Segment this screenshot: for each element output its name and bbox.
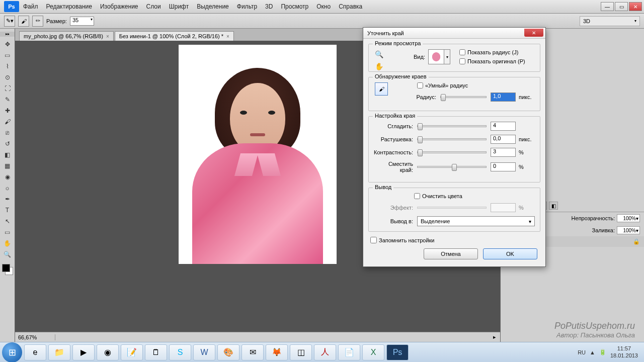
eraser-tool-icon[interactable]: ◧ <box>2 150 13 160</box>
view-thumbnail[interactable] <box>428 49 444 64</box>
contrast-slider[interactable] <box>417 151 487 153</box>
brush-tool-icon[interactable]: 🖌 <box>2 117 13 127</box>
task-ie-icon[interactable]: e <box>24 344 46 360</box>
feather-input[interactable]: 0,0 <box>491 135 516 144</box>
smooth-slider[interactable] <box>417 125 487 127</box>
blur-tool-icon[interactable]: ◉ <box>2 172 13 182</box>
menu-image[interactable]: Изображение <box>100 3 138 10</box>
move-tool-icon[interactable]: ✥ <box>2 39 13 49</box>
pen-tool-icon[interactable]: ✒ <box>2 194 13 204</box>
refine-brush-icon[interactable]: 🖌 <box>18 16 29 27</box>
shift-input[interactable]: 0 <box>491 162 516 171</box>
task-excel-icon[interactable]: X <box>362 344 384 360</box>
menu-filter[interactable]: Фильтр <box>237 3 257 10</box>
dialog-close-button[interactable]: ✕ <box>524 29 543 37</box>
view-dropdown[interactable]: ▾ <box>444 49 450 64</box>
tray-battery-icon[interactable]: 🔋 <box>599 349 606 355</box>
cleanse-colors-checkbox[interactable]: Очистить цвета <box>414 193 535 199</box>
quick-select-tool-icon[interactable]: ⊙ <box>2 72 13 82</box>
menu-select[interactable]: Выделение <box>197 3 229 10</box>
tray-clock[interactable]: 11:57 18.01.2013 <box>610 345 638 358</box>
lock-icon[interactable]: 🔒 <box>633 238 640 245</box>
hand-icon[interactable]: ✋ <box>375 62 383 70</box>
healing-tool-icon[interactable]: ✚ <box>2 106 13 116</box>
contrast-label: Контрастность: <box>374 149 413 155</box>
close-icon[interactable]: × <box>226 34 229 39</box>
foreground-color-swatch[interactable] <box>2 264 10 272</box>
marquee-tool-icon[interactable]: ▭ <box>2 50 13 60</box>
task-paint-icon[interactable]: 🎨 <box>217 344 239 360</box>
minimize-button[interactable]: — <box>601 2 614 11</box>
zoom-tool-icon[interactable]: 🔍 <box>2 249 13 259</box>
cancel-button[interactable]: Отмена <box>424 248 478 259</box>
task-doc-icon[interactable]: 📄 <box>338 344 360 360</box>
lasso-tool-icon[interactable]: ⌇ <box>2 61 13 71</box>
maximize-button[interactable]: ▭ <box>615 2 628 11</box>
task-wordpad-icon[interactable]: 📝 <box>121 344 143 360</box>
task-app1-icon[interactable]: ◫ <box>290 344 312 360</box>
shift-slider[interactable] <box>417 166 487 168</box>
path-select-icon[interactable]: ↖ <box>2 216 13 226</box>
radius-input[interactable]: 1,0 <box>491 93 516 102</box>
task-mail-icon[interactable]: ✉ <box>242 344 264 360</box>
task-notes-icon[interactable]: 🗒 <box>145 344 167 360</box>
hscroll-arrow[interactable]: ▸ <box>55 334 500 340</box>
eyedropper-tool-icon[interactable]: ✎ <box>2 95 13 105</box>
menu-layers[interactable]: Слои <box>146 3 161 10</box>
shape-tool-icon[interactable]: ▭ <box>2 227 13 237</box>
refine-radius-tool[interactable]: 🖌 <box>375 82 388 96</box>
smart-radius-checkbox[interactable]: «Умный» радиус <box>417 82 535 88</box>
toolbar-expand[interactable]: ▸▸ <box>0 32 15 37</box>
document-canvas[interactable] <box>179 45 337 264</box>
history-brush-icon[interactable]: ↺ <box>2 139 13 149</box>
show-radius-checkbox[interactable]: Показать радиус (J) <box>459 49 525 55</box>
tray-flag-icon[interactable]: ▲ <box>590 349 595 355</box>
task-media-icon[interactable]: ▶ <box>72 344 95 360</box>
start-button[interactable]: ⊞ <box>2 342 22 363</box>
zoom-icon[interactable]: 🔍 <box>375 50 383 58</box>
gradient-tool-icon[interactable]: ▦ <box>2 161 13 171</box>
hand-tool-icon[interactable]: ✋ <box>2 238 13 248</box>
output-to-select[interactable]: Выделение <box>417 216 535 226</box>
document-tab[interactable]: Без имени-1 @ 100% (Слой 2, RGB/16) *× <box>115 31 234 41</box>
task-explorer-icon[interactable]: 📁 <box>48 344 70 360</box>
task-photoshop-icon[interactable]: Ps <box>386 344 409 360</box>
workspace-3d-dropdown[interactable]: 3D▾ <box>580 16 640 26</box>
document-tab[interactable]: my_photo.jpg @ 66,7% (RGB/8)× <box>19 31 114 41</box>
crop-tool-icon[interactable]: ⛶ <box>2 83 13 94</box>
feather-slider[interactable] <box>417 138 487 140</box>
menu-file[interactable]: Файл <box>23 3 38 10</box>
zoom-level[interactable]: 66,67% <box>15 334 55 340</box>
remember-settings-checkbox[interactable]: Запомнить настройки <box>370 237 540 243</box>
menu-edit[interactable]: Редактирование <box>46 3 92 10</box>
brush-size-input[interactable]: 35▾ <box>70 17 94 26</box>
fill-input[interactable]: 100%▾ <box>617 226 640 234</box>
stamp-tool-icon[interactable]: ⎚ <box>2 128 13 138</box>
dialog-title[interactable]: Уточнить край <box>363 28 545 39</box>
show-original-checkbox[interactable]: Показать оригинал (P) <box>459 58 525 64</box>
task-skype-icon[interactable]: S <box>169 344 191 360</box>
opacity-input[interactable]: 100%▾ <box>617 214 640 222</box>
type-tool-icon[interactable]: T <box>2 205 13 215</box>
task-reader-icon[interactable]: 人 <box>314 344 336 360</box>
ok-button[interactable]: OK <box>483 248 537 259</box>
erase-brush-icon[interactable]: ✏ <box>32 16 43 27</box>
close-button[interactable]: ✕ <box>629 2 642 11</box>
menu-help[interactable]: Справка <box>339 3 362 10</box>
color-swatches[interactable] <box>0 263 15 278</box>
menu-type[interactable]: Шрифт <box>169 3 189 10</box>
contrast-input[interactable]: 3 <box>491 148 516 157</box>
smooth-input[interactable]: 4 <box>491 122 516 131</box>
tray-lang[interactable]: RU <box>578 349 586 355</box>
task-chrome-icon[interactable]: ◉ <box>97 344 119 360</box>
menu-view[interactable]: Просмотр <box>281 3 308 10</box>
menu-window[interactable]: Окно <box>316 3 331 10</box>
dodge-tool-icon[interactable]: ☼ <box>2 183 13 193</box>
menu-3d[interactable]: 3D <box>265 3 273 10</box>
task-firefox-icon[interactable]: 🦊 <box>266 344 288 360</box>
radius-slider[interactable] <box>440 96 487 98</box>
brush-tool-icon[interactable]: ✎▾ <box>4 16 15 27</box>
task-word-icon[interactable]: W <box>193 344 215 360</box>
close-icon[interactable]: × <box>106 34 109 39</box>
smart-layer-icon[interactable]: ◧ <box>549 202 558 210</box>
